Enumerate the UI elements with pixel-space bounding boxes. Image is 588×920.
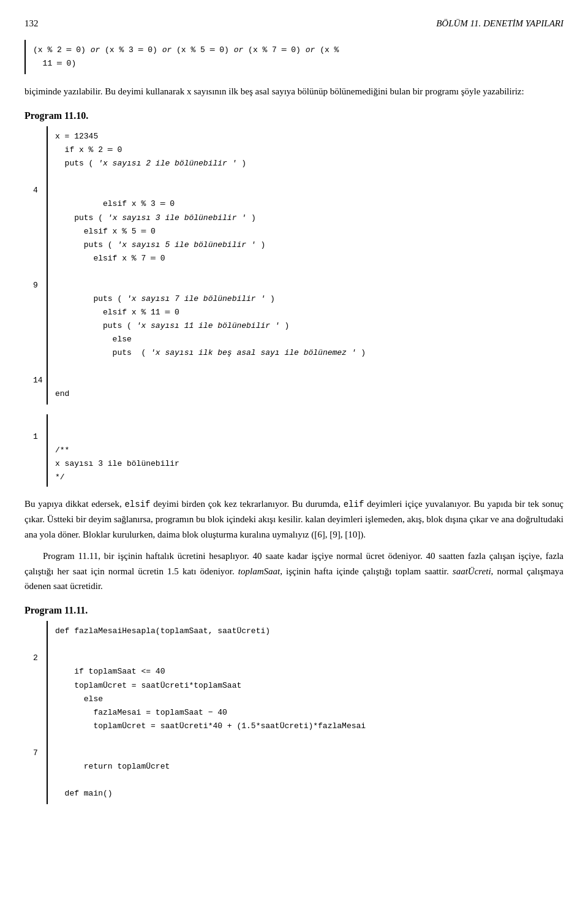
- comment-block: 1 /** x sayısı 3 ile bölünebilir */: [47, 414, 564, 487]
- code-line: def main(): [55, 787, 564, 800]
- code-line: 7 return toplamÜcret: [55, 733, 564, 774]
- code-line: puts ( 'x sayısı 5 ile bölünebilir ' ): [55, 238, 564, 252]
- code-line: puts ( 'x sayısı 2 ile bölünebilir ' ): [55, 157, 564, 170]
- formula-line: (x % 2 ═ 0) or (x % 3 ═ 0) or (x % 5 ═ 0…: [33, 45, 339, 55]
- inline-code-elif: elif: [344, 500, 364, 509]
- code-line: elsif x % 11 ═ 0: [55, 306, 564, 319]
- code-line: toplamÜcret = saatÜcreti*toplamSaat: [55, 679, 564, 693]
- comment-line: */: [55, 471, 564, 484]
- program-1011-code: def fazlaMesaiHesapla(toplamSaat, saatÜc…: [47, 621, 564, 804]
- paragraph1: Bu yapıya dikkat edersek, elsif deyimi b…: [24, 496, 564, 542]
- code-line: else: [55, 333, 564, 346]
- code-line: toplamÜcret = saatÜcreti*40 + (1.5*saatÜ…: [55, 720, 564, 733]
- code-line: 9 puts ( 'x sayısı 7 ile bölünebilir ' ): [55, 265, 564, 306]
- code-line: elsif x % 5 ═ 0: [55, 225, 564, 238]
- paragraph2: Program 11.11, bir işçinin haftalık ücre…: [24, 549, 564, 594]
- comment-line: x sayısı 3 ile bölünebilir: [55, 457, 564, 471]
- page-header: 132 BÖLÜM 11. DENETİM YAPILARI: [24, 18, 564, 29]
- page-number: 132: [24, 18, 39, 29]
- code-line: puts ( 'x sayısı 11 ile bölünebilir ' ): [55, 319, 564, 333]
- code-line: [55, 774, 564, 787]
- program-1010-block: x = 12345 if x % 2 ═ 0 puts ( 'x sayısı …: [24, 126, 564, 405]
- intro-text: biçiminde yazılabilir. Bu deyimi kullana…: [24, 84, 564, 99]
- code-line: puts ( 'x sayısı ilk beş asal sayı ile b…: [55, 346, 564, 360]
- code-line: x = 12345: [55, 130, 564, 143]
- comment-line: 1 /**: [55, 417, 564, 457]
- inline-code-elsif: elsif: [124, 500, 150, 509]
- code-line: if x % 2 ═ 0: [55, 143, 564, 157]
- program-1010-title: Program 11.10.: [24, 110, 564, 121]
- program-1010-code: x = 12345 if x % 2 ═ 0 puts ( 'x sayısı …: [47, 126, 564, 405]
- page-title: BÖLÜM 11. DENETİM YAPILARI: [436, 18, 564, 29]
- code-line: puts ( 'x sayısı 3 ile bölünebilir ' ): [55, 211, 564, 225]
- code-line: def fazlaMesaiHesapla(toplamSaat, saatÜc…: [55, 625, 564, 638]
- code-line: 14 end: [55, 360, 564, 401]
- code-line: elsif x % 7 ═ 0: [55, 252, 564, 265]
- formula-line-cont: 11 ═ 0): [33, 59, 76, 68]
- code-line: 4 elsif x % 3 ═ 0: [55, 170, 564, 211]
- code-line: 2 if toplamSaat <= 40: [55, 638, 564, 679]
- program-1011-title: Program 11.11.: [24, 605, 564, 616]
- code-line: fazlaMesai = toplamSaat − 40: [55, 706, 564, 720]
- code-line: else: [55, 693, 564, 706]
- formula-block: (x % 2 ═ 0) or (x % 3 ═ 0) or (x % 5 ═ 0…: [24, 40, 564, 74]
- comment-block-wrapper: 1 /** x sayısı 3 ile bölünebilir */: [24, 414, 564, 487]
- program-1011-block: def fazlaMesaiHesapla(toplamSaat, saatÜc…: [24, 621, 564, 804]
